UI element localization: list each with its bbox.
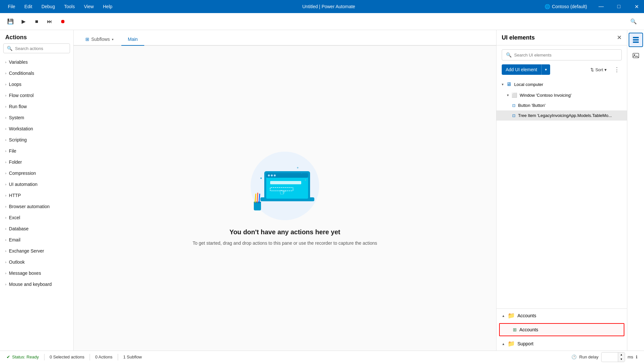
menu-help[interactable]: Help [98, 0, 117, 13]
action-label: Message boxes [9, 271, 41, 276]
tab-subflows[interactable]: ⊞ Subflows ▾ [79, 33, 120, 46]
tree-node-label: Button 'Button' [518, 103, 546, 108]
tree-node-tree-item[interactable]: ⊡ Tree Item 'LegacyInvoicingApp.Models.T… [496, 110, 627, 121]
action-item-workstation[interactable]: › Workstation [0, 123, 73, 134]
action-item-email[interactable]: › Email [0, 234, 73, 245]
account-info[interactable]: 🌐 Contoso (default) [541, 4, 591, 9]
tabs-bar: ⊞ Subflows ▾ Main [74, 30, 496, 46]
delay-spinners: ▲ ▼ [618, 353, 625, 362]
menu-view[interactable]: View [79, 0, 98, 13]
chevron-icon: › [5, 149, 6, 153]
add-ui-element-button[interactable]: Add UI element [502, 64, 541, 75]
search-actions-input[interactable] [15, 46, 66, 51]
svg-line-19 [259, 194, 260, 202]
menu-file[interactable]: File [3, 0, 20, 13]
chevron-icon: › [5, 216, 6, 220]
record-button[interactable]: ⏺ [58, 16, 68, 27]
sort-button[interactable]: ⇅ Sort ▾ [588, 65, 609, 74]
images-panel-toggle[interactable] [629, 48, 643, 63]
ui-elements-panel-toggle[interactable] [629, 33, 643, 47]
action-item-system[interactable]: › System [0, 112, 73, 123]
ui-elements-panel: UI elements ✕ 🔍 Add UI element ▾ ⇅ Sort … [496, 30, 627, 351]
action-item-run-flow[interactable]: › Run flow [0, 101, 73, 112]
image-icon [632, 52, 639, 59]
add-ui-element-dropdown[interactable]: ▾ [541, 64, 550, 75]
delay-decrement-button[interactable]: ▼ [618, 357, 625, 362]
tab-main[interactable]: Main [121, 33, 144, 46]
action-item-folder[interactable]: › Folder [0, 157, 73, 168]
action-item-flow-control[interactable]: › Flow control [0, 90, 73, 101]
svg-text:✦: ✦ [300, 170, 304, 175]
selected-actions-count: 0 Selected actions [50, 355, 84, 359]
action-item-loops[interactable]: › Loops [0, 79, 73, 90]
action-item-variables[interactable]: › Variables [0, 57, 73, 68]
actions-list: › Variables › Conditionals › Loops › Flo… [0, 57, 73, 351]
action-label: Email [9, 237, 20, 242]
status-separator [90, 354, 90, 360]
ui-panel-header: UI elements ✕ [496, 30, 627, 45]
ui-panel-title: UI elements [502, 34, 535, 41]
run-delay-input[interactable]: 100 [601, 353, 618, 361]
action-item-message-boxes[interactable]: › Message boxes [0, 268, 73, 279]
flow-editor: ⊞ Subflows ▾ Main [74, 30, 496, 351]
play-button[interactable]: ▶ [18, 16, 29, 27]
action-label: Browser automation [9, 204, 50, 209]
menu-edit[interactable]: Edit [20, 0, 37, 13]
chevron-icon: › [5, 94, 6, 97]
sort-label: Sort [595, 67, 603, 72]
action-item-http[interactable]: › HTTP [0, 190, 73, 201]
action-item-database[interactable]: › Database [0, 223, 73, 234]
tree-node-window[interactable]: ▾ ⬜ Window 'Contoso Invoicing' [496, 90, 627, 100]
actions-search-area: 🔍 [0, 43, 73, 57]
action-item-ui-automation[interactable]: › UI automation [0, 179, 73, 190]
action-label: Excel [9, 215, 20, 220]
chevron-icon: › [5, 72, 6, 75]
action-item-outlook[interactable]: › Outlook [0, 256, 73, 268]
chevron-icon: › [5, 194, 6, 197]
run-delay-label: Run delay [579, 355, 599, 359]
action-item-exchange-server[interactable]: › Exchange Server [0, 245, 73, 256]
tree-node-local-computer[interactable]: ▾ 🖥 Local computer [496, 79, 627, 90]
subflow-count: 1 Subflow [123, 355, 142, 359]
tree-node-accounts-folder[interactable]: ▲ 📁 Accounts [496, 309, 627, 322]
main-toolbar: 💾 ▶ ■ ⏭ ⏺ 🔍 [0, 13, 644, 30]
stop-button[interactable]: ■ [31, 16, 42, 27]
run-delay-unit: ms [628, 355, 633, 359]
svg-text:✦: ✦ [296, 166, 299, 170]
action-label: Workstation [9, 126, 33, 131]
action-item-excel[interactable]: › Excel [0, 212, 73, 223]
search-ui-elements-input[interactable] [514, 53, 618, 58]
next-button[interactable]: ⏭ [44, 16, 55, 27]
svg-point-6 [271, 174, 273, 176]
action-item-scripting[interactable]: › Scripting [0, 134, 73, 145]
empty-state-desc: To get started, drag and drop actions to… [193, 240, 377, 247]
save-button[interactable]: 💾 [5, 16, 16, 27]
delay-increment-button[interactable]: ▲ [618, 353, 625, 357]
action-item-mouse-keyboard[interactable]: › Mouse and keyboard [0, 279, 73, 290]
tree-node-label: Accounts [517, 313, 536, 318]
chevron-icon: › [5, 205, 6, 208]
action-label: Run flow [9, 104, 26, 109]
tree-node-accounts-table[interactable]: ⊞ Accounts [500, 324, 624, 336]
run-delay-info-icon[interactable]: ℹ [636, 355, 637, 359]
svg-point-7 [274, 174, 276, 176]
close-button[interactable]: ✕ [629, 0, 644, 13]
chevron-icon: › [5, 238, 6, 242]
action-label: Compression [9, 171, 36, 176]
action-label: Database [9, 226, 28, 231]
more-options-button[interactable]: ⋮ [612, 65, 622, 74]
minimize-button[interactable]: — [594, 0, 609, 13]
maximize-button[interactable]: □ [611, 0, 626, 13]
tree-node-button[interactable]: ⊡ Button 'Button' [496, 100, 627, 110]
action-item-compression[interactable]: › Compression [0, 168, 73, 179]
ui-panel-close-button[interactable]: ✕ [617, 34, 622, 41]
subflows-icon: ⊞ [85, 37, 89, 42]
menu-tools[interactable]: Tools [60, 0, 79, 13]
action-item-browser-automation[interactable]: › Browser automation [0, 201, 73, 212]
action-item-file[interactable]: › File [0, 145, 73, 157]
action-item-conditionals[interactable]: › Conditionals [0, 68, 73, 79]
ui-elements-tree: ▾ 🖥 Local computer ▾ ⬜ Window 'Contoso I… [496, 79, 627, 308]
tree-node-support-folder[interactable]: ▲ 📁 Support [496, 337, 627, 351]
menu-debug[interactable]: Debug [37, 0, 60, 13]
search-button[interactable]: 🔍 [628, 16, 639, 27]
